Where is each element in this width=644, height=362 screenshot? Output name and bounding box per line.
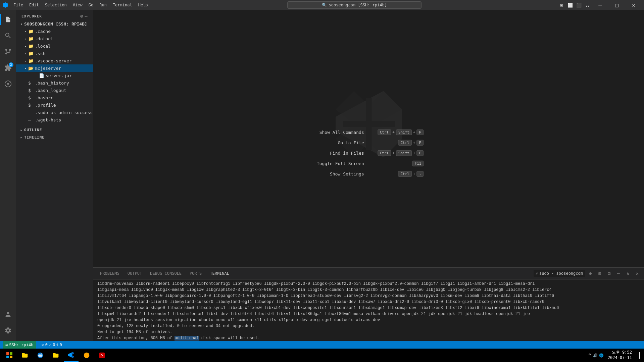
tree-item-bash-history[interactable]: ▸ $ .bash_history [16, 79, 93, 87]
windows-taskbar: S ^ 🔊 🌐 오후 9:52 2024-07-11 ▕ [0, 349, 644, 362]
tree-item-bashrc[interactable]: ▸ $ .bashrc [16, 94, 93, 101]
shortcut-label-4: Toggle Full Screen [314, 161, 364, 166]
activity-explorer[interactable] [0, 11, 16, 28]
dotnet-arrow: ▸ [23, 37, 28, 41]
tree-item-wget[interactable]: ▸ — .wget-hsts [16, 116, 93, 123]
layout-icon-3[interactable]: ⬛ [576, 2, 582, 8]
add-terminal-icon[interactable]: ⊕ [586, 269, 594, 277]
terminal-line-10: After this operation, 605 MB of addition… [97, 335, 640, 341]
activity-remote-explorer[interactable] [0, 76, 16, 92]
file-tree: ▾ SOOSEONGCOM [SSH: RPI4B] ▸ 📁 .cache ▸ … [16, 20, 93, 341]
vscode-server-arrow: ▸ [23, 59, 28, 63]
taskbar-vscode[interactable] [64, 349, 79, 362]
tab-problems[interactable]: PROBLEMS [96, 269, 123, 278]
close-button[interactable]: ✕ [626, 0, 641, 10]
show-desktop-button[interactable]: ▕ [635, 349, 641, 362]
title-search-bar[interactable]: 🔍 sooseongcom [SSH: rpi4b] [287, 1, 422, 9]
activity-settings[interactable] [0, 322, 16, 339]
terminal-content[interactable]: libdrm-nouveau2 libdrm-radeon1 libepoxy0… [93, 279, 644, 341]
shortcut-label-1: Show All Commands [314, 130, 364, 135]
tree-item-ssh[interactable]: ▸ 📁 .ssh [16, 50, 93, 57]
tree-item-local[interactable]: ▸ 📁 .local [16, 42, 93, 50]
root-label: SOOSEONGCOM [SSH: RPI4B] [24, 21, 87, 27]
close-panel-icon[interactable]: ✕ [633, 269, 641, 277]
tree-item-sudo[interactable]: ▸ — .sudo_as_admin_successful [16, 109, 93, 116]
plus-3b: + [413, 151, 415, 155]
timeline-section[interactable]: ▸ TIMELINE [16, 134, 93, 141]
start-button[interactable] [3, 349, 16, 362]
statusbar-left: ⇌ SSH: rpi4b ✕ 0 ⚠ 0 ℹ 0 [3, 341, 63, 349]
panel: PROBLEMS OUTPUT DEBUG CONSOLE PORTS TERM… [93, 267, 644, 341]
warning-count: 0 [53, 343, 55, 347]
taskbar-explorer[interactable] [17, 349, 32, 362]
kbd-shift-1: Shift [396, 129, 412, 135]
menu-edit[interactable]: Edit [27, 2, 42, 8]
taskbar-clock[interactable]: 오후 9:52 2024-07-11 [608, 350, 632, 360]
outline-label: OUTLINE [24, 128, 42, 132]
titlebar-window-icons: ▣ ⬜ ⬛ ⚏ [558, 2, 591, 8]
more-actions-terminal-icon[interactable]: ⋯ [614, 269, 623, 277]
activity-source-control[interactable] [0, 44, 16, 60]
menu-selection[interactable]: Selection [42, 2, 69, 8]
activity-search[interactable] [0, 28, 16, 44]
shortcut-keys-5: Ctrl + , [398, 171, 424, 176]
menu-terminal[interactable]: Terminal [110, 2, 135, 8]
minimize-button[interactable]: ─ [592, 0, 608, 10]
statusbar-errors[interactable]: ✕ 0 ⚠ 0 ℹ 0 [40, 343, 63, 347]
root-arrow: ▾ [19, 22, 24, 26]
tab-output[interactable]: OUTPUT [123, 269, 146, 278]
tree-item-vscode-server[interactable]: ▸ 📁 .vscode-server [16, 57, 93, 64]
tab-debug-console[interactable]: DEBUG CONSOLE [146, 269, 186, 278]
tree-item-serverjar[interactable]: ▸ 📄 server.jar [16, 72, 93, 79]
plus-1b: + [413, 130, 415, 134]
shortcut-label-2: Go to File [314, 140, 364, 145]
plus-2: + [413, 140, 415, 145]
maximize-panel-icon[interactable]: ∧ [624, 269, 632, 277]
menu-view[interactable]: View [70, 2, 85, 8]
tree-root-sooseongcom[interactable]: ▾ SOOSEONGCOM [SSH: RPI4B] [16, 20, 93, 28]
taskbar-system: ^ 🔊 🌐 오후 9:52 2024-07-11 ▕ [587, 349, 641, 362]
taskbar-app5[interactable] [79, 349, 94, 362]
taskbar-notifications[interactable]: ^ 🔊 🌐 [587, 352, 605, 359]
shortcut-row-3: Find in Files Ctrl + Shift + F [314, 150, 424, 156]
tab-terminal[interactable]: TERMINAL [206, 269, 233, 278]
dollar-icon: $ [28, 88, 34, 93]
dollar-icon: $ [28, 95, 34, 100]
tree-item-mcjeserver[interactable]: ▾ 📂 mcjeserver [16, 64, 93, 72]
taskbar-edge[interactable] [33, 349, 48, 362]
terminal-line-3: libllvm17t64 libpango-1.0-0 libpangocair… [97, 293, 640, 299]
split-terminal-icon[interactable]: ⊟ [596, 269, 604, 277]
tab-ports[interactable]: PORTS [186, 269, 206, 278]
tree-item-profile[interactable]: ▸ $ .profile [16, 101, 93, 109]
taskbar-app6[interactable]: S [95, 349, 109, 362]
dash-icon: — [28, 110, 34, 115]
layout-icon-2[interactable]: ⬜ [567, 2, 574, 8]
menu-file[interactable]: File [11, 2, 26, 8]
plus-3: + [392, 151, 395, 155]
sudo-label: .sudo_as_admin_successful [35, 110, 93, 115]
taskbar-files[interactable] [48, 349, 63, 362]
outline-section[interactable]: ▸ OUTLINE [16, 126, 93, 134]
activity-extensions[interactable]: 2 [0, 60, 16, 76]
panel-icon-3[interactable]: ⊡ [605, 269, 613, 277]
new-file-icon[interactable]: ⊕ [80, 13, 83, 19]
terminal-line-5: libxcb-render0 libxcb-shape0 libxcb-shm0… [97, 305, 640, 311]
maximize-button[interactable]: □ [609, 0, 625, 10]
svg-rect-10 [10, 356, 12, 358]
tree-item-dotnet[interactable]: ▸ 📁 .dotnet [16, 35, 93, 42]
layout-icon-1[interactable]: ▣ [558, 2, 565, 8]
layout-icon-4[interactable]: ⚏ [584, 2, 591, 8]
shortcut-row-4: Toggle Full Screen F11 [314, 160, 424, 166]
menu-run[interactable]: Run [97, 2, 109, 8]
shortcut-label-5: Show Settings [314, 171, 364, 176]
tree-item-cache[interactable]: ▸ 📁 .cache [16, 28, 93, 35]
more-actions-icon[interactable]: ⋯ [85, 13, 88, 19]
tree-item-bash-logout[interactable]: ▸ $ .bash_logout [16, 87, 93, 94]
mcjeserver-arrow: ▾ [23, 66, 28, 70]
activity-accounts[interactable] [0, 306, 16, 322]
titlebar-left: File Edit Selection View Go Run Terminal… [3, 2, 151, 8]
shortcut-keys-2: Ctrl + P [398, 140, 424, 145]
menu-go[interactable]: Go [86, 2, 96, 8]
menu-help[interactable]: Help [136, 2, 151, 8]
statusbar-ssh[interactable]: ⇌ SSH: rpi4b [3, 341, 36, 349]
